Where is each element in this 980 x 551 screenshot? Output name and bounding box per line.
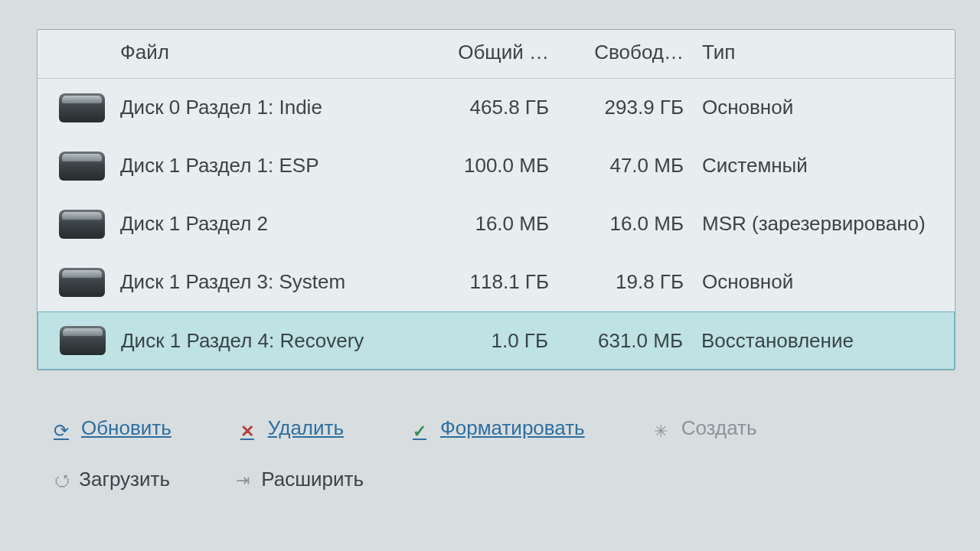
- partition-type: Основной: [702, 96, 955, 119]
- load-label: Загрузить: [79, 468, 170, 491]
- disk-icon: [60, 326, 106, 355]
- refresh-icon: [54, 419, 74, 439]
- partition-name: Диск 1 Раздел 2: [120, 212, 442, 236]
- format-button[interactable]: Форматировать: [413, 416, 585, 440]
- partition-name: Диск 1 Раздел 4: Recovery: [121, 329, 441, 353]
- refresh-button[interactable]: Обновить: [54, 416, 172, 440]
- partition-type: Системный: [702, 154, 955, 178]
- refresh-label: Обновить: [81, 416, 172, 440]
- column-headers: Файл Общий … Свобод… Тип: [38, 30, 955, 79]
- partition-free: 16.0 МБ: [572, 212, 702, 236]
- partition-free: 631.0 МБ: [571, 329, 701, 353]
- header-name[interactable]: Файл: [120, 41, 442, 64]
- partition-name: Диск 1 Раздел 1: ESP: [120, 154, 442, 178]
- partition-total: 465.8 ГБ: [442, 96, 572, 119]
- disk-icon: [59, 93, 105, 122]
- partition-name: Диск 1 Раздел 3: System: [120, 270, 442, 294]
- partition-type: MSR (зарезервировано): [702, 212, 955, 236]
- delete-icon: [240, 419, 260, 439]
- extend-button: Расширить: [236, 468, 364, 491]
- extend-label: Расширить: [261, 468, 364, 491]
- partition-list-panel: Файл Общий … Свобод… Тип Диск 0 Раздел 1…: [37, 29, 956, 370]
- partition-total: 118.1 ГБ: [442, 270, 572, 294]
- format-icon: [413, 419, 433, 439]
- partition-type: Основной: [702, 270, 955, 294]
- extend-icon: [236, 468, 256, 487]
- toolbar-row-1: Обновить Удалить Форматировать Создать: [54, 416, 980, 440]
- partition-row[interactable]: Диск 1 Раздел 216.0 МБ16.0 МБMSR (зарезе…: [38, 195, 955, 253]
- new-label: Создать: [681, 416, 757, 440]
- disk-icon: [59, 268, 105, 297]
- header-type[interactable]: Тип: [702, 41, 955, 64]
- header-total[interactable]: Общий …: [442, 41, 572, 64]
- load-button[interactable]: Загрузить: [54, 468, 170, 491]
- partition-row[interactable]: Диск 0 Раздел 1: Indie465.8 ГБ293.9 ГБОс…: [38, 79, 955, 137]
- partition-free: 47.0 МБ: [572, 154, 702, 178]
- toolbar-row-2: Загрузить Расширить: [54, 468, 980, 491]
- new-icon: [654, 419, 674, 439]
- load-icon: [54, 468, 74, 487]
- disk-icon: [59, 152, 105, 181]
- partition-total: 16.0 МБ: [442, 212, 572, 236]
- partition-name: Диск 0 Раздел 1: Indie: [120, 96, 442, 119]
- partition-type: Восстановление: [701, 329, 954, 353]
- partition-free: 293.9 ГБ: [572, 96, 702, 119]
- partition-total: 1.0 ГБ: [441, 329, 571, 353]
- disk-icon: [59, 210, 105, 239]
- partition-total: 100.0 МБ: [442, 154, 572, 178]
- partition-row[interactable]: Диск 1 Раздел 4: Recovery1.0 ГБ631.0 МБВ…: [38, 311, 955, 370]
- header-free[interactable]: Свобод…: [572, 41, 702, 64]
- format-label: Форматировать: [440, 416, 585, 440]
- partition-row[interactable]: Диск 1 Раздел 1: ESP100.0 МБ47.0 МБСисте…: [38, 137, 955, 195]
- partition-row[interactable]: Диск 1 Раздел 3: System118.1 ГБ19.8 ГБОс…: [38, 253, 955, 311]
- new-button: Создать: [654, 416, 757, 440]
- delete-label: Удалить: [268, 416, 344, 440]
- partition-free: 19.8 ГБ: [572, 270, 702, 294]
- delete-button[interactable]: Удалить: [240, 416, 344, 440]
